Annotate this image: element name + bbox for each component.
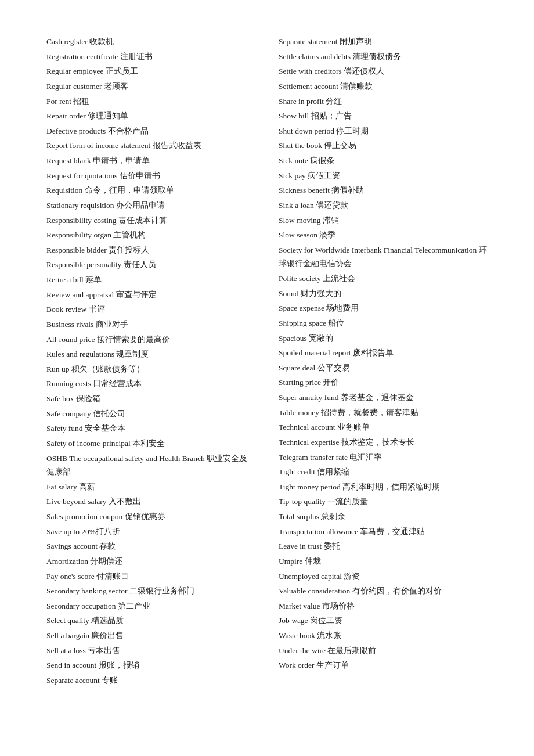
list-item: Unemployed capital 游资 xyxy=(279,570,488,584)
list-item: Pay one's score 付清账目 xyxy=(46,570,255,584)
list-item: Safe company 信托公司 xyxy=(46,407,255,421)
list-item: Technical expertise 技术鉴定，技术专长 xyxy=(279,435,488,449)
list-item: Stationary requisition 办公用品申请 xyxy=(46,199,255,213)
list-item: Sick note 病假条 xyxy=(279,154,488,168)
list-item: Registration certificate 注册证书 xyxy=(46,50,255,64)
list-item: Spoiled material report 废料报告单 xyxy=(279,346,488,360)
list-item: Responsibility costing 责任成本计算 xyxy=(46,214,255,228)
list-item: Regular customer 老顾客 xyxy=(46,80,255,93)
list-item: Slow season 淡季 xyxy=(279,228,488,242)
list-item: All-round price 按行情索要的最高价 xyxy=(46,333,255,347)
list-item: Market value 市场价格 xyxy=(279,599,488,613)
list-item: Separate statement 附加声明 xyxy=(279,35,488,49)
list-item: OSHB The occupational safety and Health … xyxy=(46,452,255,479)
list-item: Run up 积欠（账款债务等） xyxy=(46,362,255,376)
list-item: Technical account 业务账单 xyxy=(279,420,488,434)
list-item: Settle claims and debts 清理债权债务 xyxy=(279,50,488,64)
list-item: Secondary occupation 第二产业 xyxy=(46,599,255,613)
list-item: Amortization 分期偿还 xyxy=(46,555,255,568)
list-item: Responsible personality 责任人员 xyxy=(46,258,255,272)
list-item: Tight credit 信用紧缩 xyxy=(279,465,488,479)
list-item: Send in account 报账，报销 xyxy=(46,658,255,672)
list-item: Sell a bargain 廉价出售 xyxy=(46,629,255,643)
list-item: Settlement account 清偿账款 xyxy=(279,80,488,93)
list-item: Under the wire 在最后期限前 xyxy=(279,644,488,658)
main-content: Cash register 收款机Registration certificat… xyxy=(46,35,488,687)
list-item: Sick pay 病假工资 xyxy=(279,169,488,183)
list-item: Tight money period 高利率时期，信用紧缩时期 xyxy=(279,480,488,494)
list-item: Running costs 日常经营成本 xyxy=(46,377,255,391)
list-item: Live beyond salary 入不敷出 xyxy=(46,495,255,509)
list-item: Leave in trust 委托 xyxy=(279,539,488,553)
list-item: Shut the book 停止交易 xyxy=(279,139,488,153)
list-item: Defective products 不合格产品 xyxy=(46,124,255,138)
list-item: Repair order 修理通知单 xyxy=(46,109,255,123)
list-item: Savings account 存款 xyxy=(46,539,255,553)
list-item: Rules and regulations 规章制度 xyxy=(46,347,255,361)
list-item: Umpire 仲裁 xyxy=(279,555,488,568)
list-item: Valuable consideration 有价约因，有价值的对价 xyxy=(279,584,488,598)
list-item: Shut down period 停工时期 xyxy=(279,124,488,138)
list-item: Sales promotion coupon 促销优惠券 xyxy=(46,510,255,524)
list-item: Safety fund 安全基金本 xyxy=(46,422,255,435)
list-item: Spacious 宽敞的 xyxy=(279,332,488,345)
list-item: Request for quotations 估价申请书 xyxy=(46,169,255,183)
list-item: Cash register 收款机 xyxy=(46,35,255,49)
list-item: Society for Worldwide Interbank Financia… xyxy=(279,243,488,271)
list-item: Requisition 命令，征用，申请领取单 xyxy=(46,183,255,197)
list-item: Space expense 场地费用 xyxy=(279,301,488,315)
list-item: Business rivals 商业对手 xyxy=(46,318,255,332)
list-item: Polite society 上流社会 xyxy=(279,272,488,286)
list-item: Work order 生产订单 xyxy=(279,658,488,672)
right-column: Separate statement 附加声明Settle claims and… xyxy=(279,35,488,687)
list-item: Slow moving 滞销 xyxy=(279,214,488,228)
list-item: Report form of income statement 报告式收益表 xyxy=(46,139,255,153)
list-item: Starting price 开价 xyxy=(279,376,488,390)
list-item: Total surplus 总剩余 xyxy=(279,510,488,524)
list-item: Sell at a loss 亏本出售 xyxy=(46,644,255,658)
list-item: Secondary banking sector 二级银行业务部门 xyxy=(46,584,255,598)
list-item: Telegram transfer rate 电汇汇率 xyxy=(279,451,488,465)
list-item: Save up to 20%打八折 xyxy=(46,525,255,539)
list-item: Super annuity fund 养老基金，退休基金 xyxy=(279,391,488,405)
list-item: Request blank 申请书，申请单 xyxy=(46,154,255,168)
list-item: Tip-top quality 一流的质量 xyxy=(279,495,488,509)
list-item: Retire a bill 赎单 xyxy=(46,273,255,287)
list-item: Share in profit 分红 xyxy=(279,95,488,109)
list-item: Select quality 精选品质 xyxy=(46,614,255,628)
list-item: Waste book 流水账 xyxy=(279,629,488,643)
list-item: Safe box 保险箱 xyxy=(46,392,255,406)
list-item: Job wage 岗位工资 xyxy=(279,614,488,628)
list-item: Safety of income-principal 本利安全 xyxy=(46,437,255,451)
list-item: Table money 招待费，就餐费，请客津贴 xyxy=(279,406,488,420)
list-item: Sound 财力强大的 xyxy=(279,287,488,301)
list-item: Settle with creditors 偿还债权人 xyxy=(279,64,488,78)
list-item: Sink a loan 偿还贷款 xyxy=(279,199,488,213)
list-item: Regular employee 正式员工 xyxy=(46,64,255,78)
list-item: Separate account 专账 xyxy=(46,674,255,687)
list-item: Book review 书评 xyxy=(46,303,255,316)
list-item: Sickness benefit 病假补助 xyxy=(279,183,488,197)
list-item: Responsible bidder 责任投标人 xyxy=(46,243,255,257)
list-item: Transportation allowance 车马费，交通津贴 xyxy=(279,525,488,539)
list-item: Show bill 招贴；广告 xyxy=(279,109,488,123)
list-item: Review and appraisal 审查与评定 xyxy=(46,288,255,302)
list-item: Shipping space 船位 xyxy=(279,316,488,330)
list-item: Fat salary 高薪 xyxy=(46,480,255,494)
list-item: Square deal 公平交易 xyxy=(279,361,488,375)
list-item: For rent 招租 xyxy=(46,95,255,109)
left-column: Cash register 收款机Registration certificat… xyxy=(46,35,255,687)
list-item: Responsibility organ 主管机构 xyxy=(46,228,255,242)
